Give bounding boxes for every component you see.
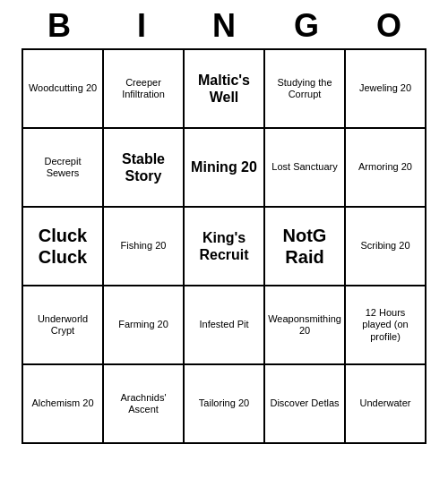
bingo-cell-24: Underwater — [346, 365, 426, 444]
bingo-letter-n: N — [188, 7, 260, 45]
bingo-cell-22: Tailoring 20 — [185, 365, 265, 444]
bingo-cell-3: Studying the Corrupt — [265, 50, 346, 129]
bingo-cell-12: King's Recruit — [185, 208, 265, 286]
bingo-cell-21: Arachnids' Ascent — [104, 365, 185, 444]
bingo-cell-18: Weaponsmithing 20 — [265, 286, 346, 365]
bingo-letter-b: B — [23, 7, 95, 45]
bingo-cell-17: Infested Pit — [185, 286, 265, 365]
bingo-cell-10: Cluck Cluck — [23, 208, 104, 286]
bingo-grid: Woodcutting 20Creeper InfiltrationMaltic… — [22, 48, 426, 444]
bingo-cell-0: Woodcutting 20 — [23, 50, 104, 129]
bingo-cell-20: Alchemism 20 — [23, 365, 104, 444]
bingo-cell-15: Underworld Crypt — [23, 286, 104, 365]
bingo-cell-2: Maltic's Well — [185, 50, 265, 129]
bingo-cell-19: 12 Hours played (on profile) — [346, 286, 426, 365]
bingo-letter-o: O — [353, 7, 425, 45]
bingo-cell-1: Creeper Infiltration — [104, 50, 185, 129]
bingo-cell-9: Armoring 20 — [346, 129, 426, 208]
bingo-header: BINGO — [18, 0, 430, 48]
bingo-letter-i: I — [106, 7, 177, 45]
bingo-cell-11: Fishing 20 — [104, 208, 185, 286]
bingo-cell-8: Lost Sanctuary — [265, 129, 346, 208]
bingo-cell-6: Stable Story — [104, 129, 185, 208]
bingo-cell-16: Farming 20 — [104, 286, 185, 365]
bingo-cell-5: Decrepit Sewers — [23, 129, 104, 208]
bingo-letter-g: G — [271, 7, 342, 45]
bingo-cell-13: NotG Raid — [265, 208, 346, 286]
bingo-cell-23: Discover Detlas — [265, 365, 346, 444]
bingo-cell-4: Jeweling 20 — [346, 50, 426, 129]
bingo-cell-14: Scribing 20 — [346, 208, 426, 286]
bingo-cell-7: Mining 20 — [185, 129, 265, 208]
